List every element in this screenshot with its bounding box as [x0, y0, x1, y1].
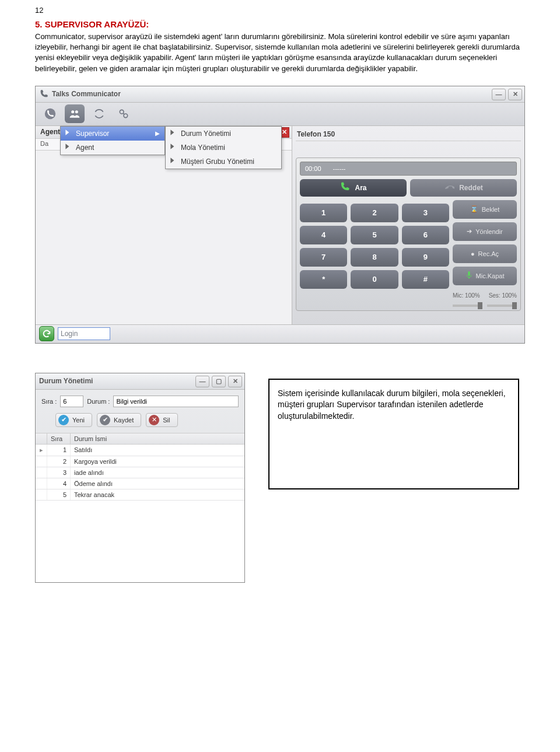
- menu-label: Durum Yönetimi: [181, 130, 231, 138]
- communicator-window: Talks Communicator — ✕ Agentl Da ✕: [35, 86, 525, 344]
- toolbar-swap-icon[interactable]: [89, 104, 109, 123]
- toolbar-phone-icon[interactable]: [40, 104, 60, 123]
- chevron-icon: [169, 129, 176, 138]
- call-button[interactable]: Ara: [300, 179, 407, 197]
- volume-labels: Mic: 100% Ses: 100%: [453, 292, 517, 299]
- durum-label: Durum :: [87, 398, 110, 405]
- agent-panel: Agentl Da ✕ Supervisor ▶ Agent Durum Yön…: [36, 126, 292, 324]
- vol-ses-label: Ses: 100%: [489, 292, 517, 299]
- section-heading: 5. SUPERVISOR ARAYÜZÜ:: [35, 19, 525, 29]
- minimize-button[interactable]: —: [492, 89, 506, 100]
- new-button[interactable]: ✔ Yeni: [55, 413, 92, 427]
- mic-mute-button[interactable]: Mic.Kapat: [453, 267, 517, 285]
- key-7[interactable]: 7: [300, 248, 347, 267]
- menu-label: Agent: [76, 144, 94, 152]
- phone-up-icon: [340, 181, 350, 194]
- section-body: Communicator, supervisor arayüzü ile sis…: [35, 32, 525, 74]
- menu-label: Supervisor: [76, 130, 109, 138]
- svg-rect-5: [468, 271, 470, 276]
- save-label: Kaydet: [114, 417, 134, 424]
- x-icon: ✕: [149, 415, 159, 425]
- durum-input[interactable]: [113, 396, 239, 407]
- save-button[interactable]: ✔ Kaydet: [97, 413, 141, 427]
- durum-titlebar: Durum Yönetimi — ▢ ✕: [36, 373, 244, 390]
- context-menu-2: Durum Yönetimi Mola Yönetimi Müşteri Gru…: [165, 126, 282, 169]
- svg-point-1: [71, 110, 74, 113]
- new-label: Yeni: [72, 417, 85, 424]
- call-label: Ara: [355, 184, 366, 192]
- chevron-icon: [169, 157, 176, 166]
- refresh-button[interactable]: [39, 326, 54, 341]
- titlebar: Talks Communicator — ✕: [36, 86, 524, 103]
- durum-form-row: Sıra : Durum :: [36, 390, 244, 411]
- key-0[interactable]: 0: [351, 270, 398, 289]
- phone-panel-title: Telefon 150: [296, 128, 521, 141]
- delete-label: Sil: [163, 417, 170, 424]
- note-box: Sistem içerisinde kullanılacak durum bil…: [268, 379, 519, 489]
- durum-close-button[interactable]: ✕: [228, 376, 242, 387]
- key-4[interactable]: 4: [300, 226, 347, 244]
- col-sira: Sıra: [47, 433, 71, 444]
- phone-down-icon: [444, 181, 454, 194]
- toolbar-link-icon[interactable]: [114, 104, 134, 123]
- mic-slider[interactable]: [453, 305, 482, 307]
- submenu-arrow-icon: ▶: [155, 130, 160, 137]
- durum-maximize-button[interactable]: ▢: [212, 376, 226, 387]
- mic-icon: [466, 271, 473, 281]
- key-2[interactable]: 2: [351, 204, 398, 222]
- table-row[interactable]: 4Ödeme alındı: [36, 478, 244, 489]
- reject-label: Reddet: [459, 184, 483, 192]
- table-row[interactable]: 2Kargoya verildi: [36, 456, 244, 467]
- chevron-icon: [64, 129, 71, 138]
- statusbar: [36, 324, 524, 343]
- durum-window: Durum Yönetimi — ▢ ✕ Sıra : Durum : ✔ Ye…: [35, 373, 245, 583]
- context-menu-1: Supervisor ▶ Agent: [60, 126, 165, 155]
- table-row[interactable]: 5Tekrar anacak: [36, 489, 244, 501]
- key-hash[interactable]: #: [402, 270, 449, 289]
- menu-item-durum-yonetimi[interactable]: Durum Yönetimi: [166, 127, 281, 141]
- close-button[interactable]: ✕: [508, 89, 522, 100]
- delete-button[interactable]: ✕ Sil: [146, 413, 177, 427]
- key-6[interactable]: 6: [402, 226, 449, 244]
- menu-item-mola-yonetimi[interactable]: Mola Yönetimi: [166, 141, 281, 155]
- page-number: 12: [35, 6, 525, 15]
- call-status: ------: [333, 165, 346, 172]
- key-1[interactable]: 1: [300, 204, 347, 222]
- svg-point-2: [75, 110, 78, 113]
- menu-label: Müşteri Grubu Yönetimi: [181, 158, 254, 166]
- key-8[interactable]: 8: [351, 248, 398, 267]
- vol-mic-label: Mic: 100%: [453, 292, 480, 299]
- key-star[interactable]: *: [300, 270, 347, 289]
- col-isim: Durum İsmi: [71, 433, 110, 444]
- reject-button[interactable]: Reddet: [410, 179, 517, 197]
- chevron-icon: [64, 143, 71, 152]
- sira-label: Sıra :: [41, 398, 57, 405]
- key-5[interactable]: 5: [351, 226, 398, 244]
- mic-label: Mic.Kapat: [476, 272, 505, 279]
- transfer-button[interactable]: ➔ Yönlendir: [453, 222, 517, 241]
- record-button[interactable]: ● Rec.Aç: [453, 244, 517, 263]
- transfer-label: Yönlendir: [475, 228, 502, 235]
- record-label: Rec.Aç: [478, 250, 499, 257]
- phone-panel: Telefon 150 00:00 ------ Ara: [292, 126, 524, 324]
- durum-table: Sıra Durum İsmi ▸1Satıldı2Kargoya verild…: [36, 433, 244, 582]
- menu-item-agent[interactable]: Agent: [61, 141, 164, 155]
- key-9[interactable]: 9: [402, 248, 449, 267]
- table-row[interactable]: ▸1Satıldı: [36, 445, 244, 456]
- check-icon: ✔: [100, 415, 110, 425]
- ses-slider[interactable]: [487, 305, 517, 307]
- toolbar-people-icon[interactable]: [65, 104, 85, 123]
- sira-input[interactable]: [60, 396, 83, 407]
- menu-item-musteri-grubu[interactable]: Müşteri Grubu Yönetimi: [166, 155, 281, 169]
- table-row[interactable]: 3iade alındı: [36, 467, 244, 478]
- login-input[interactable]: [58, 327, 110, 340]
- durum-minimize-button[interactable]: —: [195, 376, 209, 387]
- hourglass-icon: ⌛: [470, 205, 478, 213]
- call-time: 00:00: [305, 165, 321, 172]
- chevron-icon: [169, 143, 176, 152]
- hold-label: Beklet: [482, 206, 500, 213]
- menu-item-supervisor[interactable]: Supervisor ▶: [61, 127, 164, 141]
- hold-button[interactable]: ⌛ Beklet: [453, 200, 517, 219]
- app-icon: [39, 89, 48, 99]
- key-3[interactable]: 3: [402, 204, 449, 222]
